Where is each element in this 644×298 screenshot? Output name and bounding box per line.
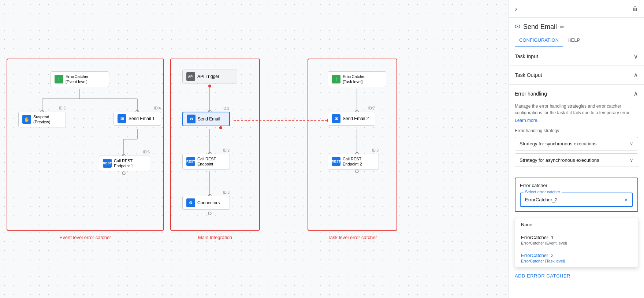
call-rest-1-node[interactable]: ID:6 REST Call RESTEndpoint 1 — [99, 156, 150, 171]
panel-tabs: CONFIGURATION HELP — [509, 34, 644, 47]
send-email-1-icon: ✉ — [118, 114, 126, 123]
select-error-catcher-container: Select error catcher ErrorCatcher_2 ∨ — [520, 193, 633, 207]
strategy-async-value: Strategy for asynchronous executions — [520, 157, 599, 163]
error-handling-content: Manage the error handling strategies and… — [509, 103, 644, 173]
dropdown-none-label: None — [521, 222, 532, 227]
api-trigger-label: API Trigger — [197, 74, 219, 79]
call-rest-2-icon: REST — [332, 157, 340, 166]
call-rest-2-id: ID:8 — [372, 148, 379, 152]
suspend-id: ID:5 — [59, 106, 66, 110]
select-field-label: Select error catcher — [524, 190, 562, 194]
task-output-section: Task Output ∧ — [509, 66, 644, 85]
select-arrow-icon: ∨ — [624, 197, 628, 202]
call-rest-2-node[interactable]: ID:8 REST Call RESTEndpoint 2 — [328, 154, 379, 170]
task-input-header[interactable]: Task Input ∨ — [509, 47, 644, 66]
error-handling-title: Error handling — [515, 91, 547, 97]
suspend-icon: ✋ — [22, 115, 31, 124]
tab-configuration[interactable]: CONFIGURATION — [515, 34, 563, 47]
dropdown-ec1-label: ErrorCatcher_1 — [521, 235, 632, 240]
task-input-section: Task Input ∨ — [509, 47, 644, 66]
add-error-catcher-button[interactable]: ADD ERROR CATCHER — [509, 269, 644, 283]
dropdown-item-errorcatcher-2[interactable]: ErrorCatcher_2 ErrorCatcher [Task level] — [515, 249, 638, 267]
connectors-node[interactable]: ID:3 ⚙ Connectors — [182, 196, 230, 210]
send-email-1-label: Send Email 1 — [129, 116, 155, 121]
suspend-label: Suspend(Preview) — [33, 114, 50, 125]
error-catcher-event-icon: ! — [55, 75, 63, 83]
error-catcher-task-icon: ! — [332, 75, 340, 83]
call-rest-main-icon: REST — [186, 157, 195, 166]
connectors-icon: ⚙ — [186, 198, 195, 207]
send-email-main-label: Send Email — [198, 116, 220, 122]
error-catcher-box: Error catcher Select error catcher Error… — [515, 178, 638, 212]
send-email-main-node[interactable]: ID:1 ✉ Send Email — [182, 112, 230, 126]
error-catcher-task-label: ErrorCatcher[Task level] — [343, 74, 366, 85]
send-email-2-label: Send Email 2 — [343, 116, 369, 121]
dropdown-item-none[interactable]: None — [515, 218, 638, 231]
call-rest-main-node[interactable]: ID:2 REST Call RESTEndpoint — [182, 154, 230, 170]
error-catcher-event-node[interactable]: ! ErrorCatcher[Event level] — [51, 71, 109, 87]
right-panel: › 🗑 ✉ Send Email ✏ CONFIGURATION HELP Ta… — [509, 0, 644, 298]
strategy-async-dropdown[interactable]: Strategy for asynchronous executions ∨ — [515, 153, 638, 167]
panel-title-email-icon: ✉ — [515, 23, 520, 31]
connectors-id: ID:3 — [223, 190, 230, 194]
send-email-1-node[interactable]: ID:4 ✉ Send Email 1 — [113, 112, 161, 126]
event-level-label: Event level error catcher — [60, 235, 111, 240]
strategy-label: Error handling strategy — [515, 128, 638, 133]
error-catcher-title: Error catcher — [520, 183, 633, 188]
suspend-preview-node[interactable]: ID:5 ✋ Suspend(Preview) — [18, 112, 66, 127]
error-handling-header[interactable]: Error handling ∧ — [509, 85, 644, 103]
task-input-chevron: ∨ — [633, 52, 638, 60]
connectors-label: Connectors — [197, 200, 220, 205]
error-handling-section: Error handling ∧ Manage the error handli… — [509, 85, 644, 173]
send-email-main-icon: ✉ — [187, 115, 196, 123]
tab-help[interactable]: HELP — [563, 34, 584, 47]
send-email-2-icon: ✉ — [332, 114, 340, 123]
task-output-title: Task Output — [515, 72, 542, 78]
task-level-label: Task level error catcher — [328, 235, 377, 240]
dropdown-ec2-label: ErrorCatcher_2 — [521, 253, 632, 258]
call-rest-main-label: Call RESTEndpoint — [197, 156, 216, 167]
select-error-catcher-dropdown[interactable]: ErrorCatcher_2 ∨ — [520, 193, 633, 207]
dropdown-ec2-sub: ErrorCatcher [Task level] — [521, 259, 632, 263]
task-input-title: Task Input — [515, 53, 538, 59]
error-catcher-event-label: ErrorCatcher[Event level] — [66, 74, 89, 85]
task-output-chevron: ∧ — [633, 71, 638, 79]
panel-title: Send Email — [523, 23, 557, 31]
strategy-sync-value: Strategy for synchronous executions — [520, 141, 596, 146]
error-catcher-task-node[interactable]: ! ErrorCatcher[Task level] — [328, 71, 386, 87]
api-trigger-icon: API — [186, 72, 195, 81]
task-output-header[interactable]: Task Output ∧ — [509, 66, 644, 84]
error-handling-chevron: ∧ — [633, 90, 638, 98]
send-email-1-id: ID:4 — [154, 106, 161, 110]
learn-more-link[interactable]: Learn more. — [515, 118, 539, 123]
error-catcher-dropdown-popup: None ErrorCatcher_1 ErrorCatcher [Event … — [515, 218, 638, 267]
panel-top-bar: › 🗑 — [509, 0, 644, 18]
call-rest-2-label: Call RESTEndpoint 2 — [343, 156, 362, 167]
call-rest-main-id: ID:2 — [223, 148, 230, 152]
canvas: Event level error catcher Main Integrati… — [0, 0, 509, 298]
error-handling-desc: Manage the error handling strategies and… — [515, 103, 638, 116]
send-email-2-id: ID:7 — [368, 106, 375, 110]
call-rest-1-icon: REST — [103, 159, 112, 168]
call-rest-1-id: ID:6 — [143, 150, 150, 154]
panel-delete-button[interactable]: 🗑 — [632, 5, 638, 12]
selected-error-catcher: ErrorCatcher_2 — [525, 197, 558, 202]
main-integration-label: Main Integration — [198, 235, 232, 240]
call-rest-1-label: Call RESTEndpoint 1 — [114, 158, 133, 169]
panel-edit-button[interactable]: ✏ — [560, 23, 565, 30]
send-email-main-id: ID:1 — [223, 107, 229, 111]
dropdown-ec1-sub: ErrorCatcher [Event level] — [521, 241, 632, 245]
send-email-2-node[interactable]: ID:7 ✉ Send Email 2 — [328, 112, 375, 126]
dropdown-item-errorcatcher-1[interactable]: ErrorCatcher_1 ErrorCatcher [Event level… — [515, 231, 638, 249]
api-trigger-node[interactable]: API API Trigger — [182, 70, 237, 83]
strategy-sync-dropdown[interactable]: Strategy for synchronous executions ∨ — [515, 137, 638, 150]
panel-title-row: ✉ Send Email ✏ — [509, 18, 644, 31]
panel-back-button[interactable]: › — [515, 4, 517, 13]
strategy-async-arrow: ∨ — [630, 157, 633, 163]
strategy-sync-arrow: ∨ — [630, 141, 633, 146]
